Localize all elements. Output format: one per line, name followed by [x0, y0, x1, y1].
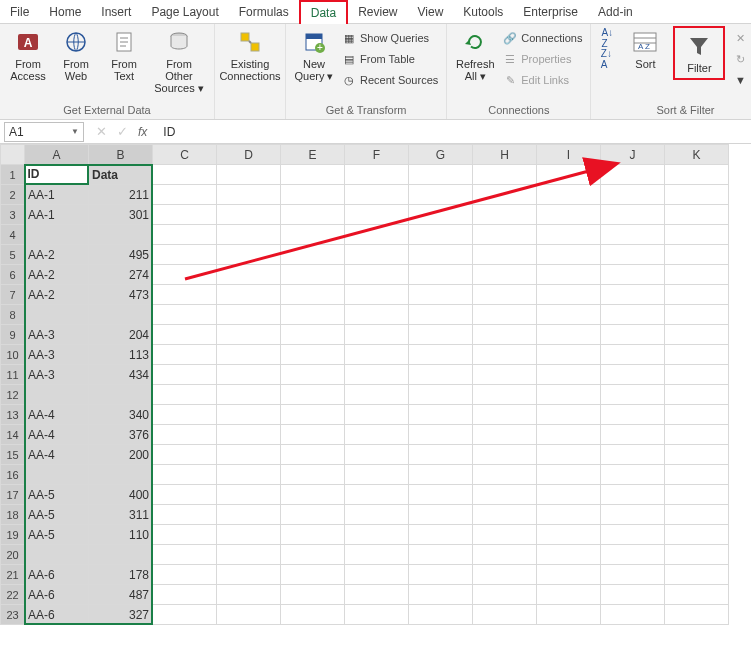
cell-A10[interactable]: AA-3	[25, 345, 89, 365]
enter-formula-icon[interactable]: ✓	[117, 124, 128, 139]
cell-G14[interactable]	[409, 425, 473, 445]
cell-D19[interactable]	[217, 525, 281, 545]
row-header-15[interactable]: 15	[1, 445, 25, 465]
col-header-G[interactable]: G	[409, 145, 473, 165]
cell-E16[interactable]	[281, 465, 345, 485]
cell-D4[interactable]	[217, 225, 281, 245]
advanced-button[interactable]: ▼Ad	[731, 70, 751, 90]
cell-C18[interactable]	[153, 505, 217, 525]
cell-A22[interactable]: AA-6	[25, 585, 89, 605]
cell-A2[interactable]: AA-1	[25, 185, 89, 205]
cell-H5[interactable]	[473, 245, 537, 265]
tab-page-layout[interactable]: Page Layout	[141, 1, 228, 23]
cell-F6[interactable]	[345, 265, 409, 285]
cell-C12[interactable]	[153, 385, 217, 405]
cell-F8[interactable]	[345, 305, 409, 325]
cell-F5[interactable]	[345, 245, 409, 265]
cell-B9[interactable]: 204	[89, 325, 153, 345]
cell-B6[interactable]: 274	[89, 265, 153, 285]
cell-A4[interactable]	[25, 225, 89, 245]
cell-J5[interactable]	[601, 245, 665, 265]
cell-F14[interactable]	[345, 425, 409, 445]
cell-K19[interactable]	[665, 525, 729, 545]
col-header-D[interactable]: D	[217, 145, 281, 165]
cell-D21[interactable]	[217, 565, 281, 585]
cell-I18[interactable]	[537, 505, 601, 525]
cell-G6[interactable]	[409, 265, 473, 285]
name-box-dropdown-icon[interactable]: ▼	[71, 127, 79, 136]
row-header-21[interactable]: 21	[1, 565, 25, 585]
row-header-6[interactable]: 6	[1, 265, 25, 285]
cell-B16[interactable]	[89, 465, 153, 485]
col-header-K[interactable]: K	[665, 145, 729, 165]
cell-F7[interactable]	[345, 285, 409, 305]
cell-D17[interactable]	[217, 485, 281, 505]
cell-I11[interactable]	[537, 365, 601, 385]
col-header-I[interactable]: I	[537, 145, 601, 165]
cell-I1[interactable]	[537, 165, 601, 185]
cell-G15[interactable]	[409, 445, 473, 465]
cell-B7[interactable]: 473	[89, 285, 153, 305]
refresh-all-button[interactable]: Refresh All ▾	[453, 26, 497, 84]
cell-H11[interactable]	[473, 365, 537, 385]
cell-E7[interactable]	[281, 285, 345, 305]
cell-D9[interactable]	[217, 325, 281, 345]
cell-G12[interactable]	[409, 385, 473, 405]
cell-I2[interactable]	[537, 185, 601, 205]
cell-D10[interactable]	[217, 345, 281, 365]
cell-D7[interactable]	[217, 285, 281, 305]
row-header-2[interactable]: 2	[1, 185, 25, 205]
cell-H9[interactable]	[473, 325, 537, 345]
cell-G7[interactable]	[409, 285, 473, 305]
cell-E15[interactable]	[281, 445, 345, 465]
cell-A11[interactable]: AA-3	[25, 365, 89, 385]
cell-F2[interactable]	[345, 185, 409, 205]
cell-J23[interactable]	[601, 605, 665, 625]
cell-K22[interactable]	[665, 585, 729, 605]
cell-J6[interactable]	[601, 265, 665, 285]
cell-J9[interactable]	[601, 325, 665, 345]
cell-B22[interactable]: 487	[89, 585, 153, 605]
cell-I7[interactable]	[537, 285, 601, 305]
row-header-7[interactable]: 7	[1, 285, 25, 305]
cell-K9[interactable]	[665, 325, 729, 345]
cell-D5[interactable]	[217, 245, 281, 265]
cell-E19[interactable]	[281, 525, 345, 545]
col-header-H[interactable]: H	[473, 145, 537, 165]
from-access-button[interactable]: A From Access	[6, 26, 50, 84]
col-header-F[interactable]: F	[345, 145, 409, 165]
cell-J1[interactable]	[601, 165, 665, 185]
cell-G5[interactable]	[409, 245, 473, 265]
cell-B1[interactable]: Data	[89, 165, 153, 185]
cell-A3[interactable]: AA-1	[25, 205, 89, 225]
cell-A23[interactable]: AA-6	[25, 605, 89, 625]
row-header-11[interactable]: 11	[1, 365, 25, 385]
cell-E3[interactable]	[281, 205, 345, 225]
cell-G2[interactable]	[409, 185, 473, 205]
recent-sources-button[interactable]: ◷Recent Sources	[340, 70, 440, 90]
cell-D18[interactable]	[217, 505, 281, 525]
cell-D23[interactable]	[217, 605, 281, 625]
cell-A9[interactable]: AA-3	[25, 325, 89, 345]
cell-C19[interactable]	[153, 525, 217, 545]
cell-G17[interactable]	[409, 485, 473, 505]
cell-E13[interactable]	[281, 405, 345, 425]
worksheet-grid[interactable]: ABCDEFGHIJK1IDData2AA-12113AA-130145AA-2…	[0, 144, 751, 625]
tab-file[interactable]: File	[0, 1, 39, 23]
tab-insert[interactable]: Insert	[91, 1, 141, 23]
cell-C22[interactable]	[153, 585, 217, 605]
cell-B23[interactable]: 327	[89, 605, 153, 625]
cell-A7[interactable]: AA-2	[25, 285, 89, 305]
cell-I20[interactable]	[537, 545, 601, 565]
tab-review[interactable]: Review	[348, 1, 407, 23]
cell-G21[interactable]	[409, 565, 473, 585]
cell-E8[interactable]	[281, 305, 345, 325]
cell-A16[interactable]	[25, 465, 89, 485]
cell-J18[interactable]	[601, 505, 665, 525]
row-header-4[interactable]: 4	[1, 225, 25, 245]
edit-links-button[interactable]: ✎Edit Links	[501, 70, 584, 90]
cell-G3[interactable]	[409, 205, 473, 225]
cell-F20[interactable]	[345, 545, 409, 565]
show-queries-button[interactable]: ▦Show Queries	[340, 28, 440, 48]
cell-F18[interactable]	[345, 505, 409, 525]
